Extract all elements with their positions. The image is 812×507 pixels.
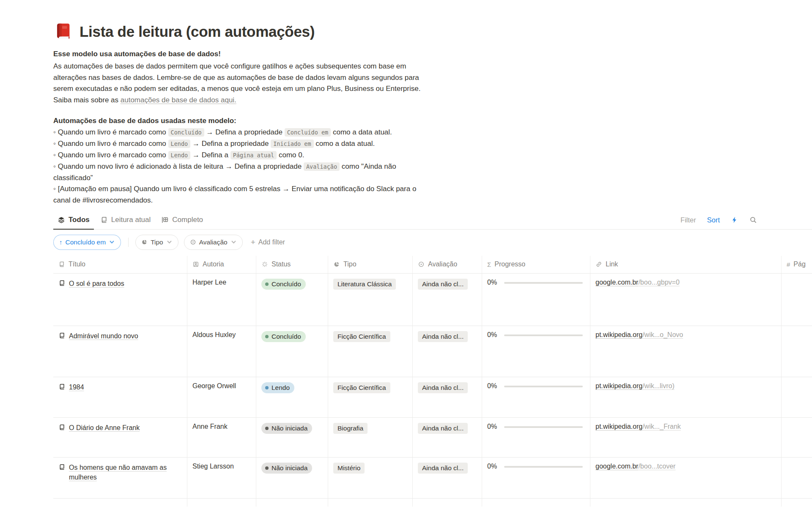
column-header-label: Avaliação [428,260,457,268]
column-header-t-tulo[interactable]: Título [53,256,187,273]
cell-author[interactable]: Anne Frank [187,418,256,457]
column-header-status[interactable]: Status [256,256,328,273]
table-row: O sol é para todosHarper LeeConcluídoLit… [53,274,812,326]
link-path[interactable]: /boo...tcover [638,463,675,470]
link-domain[interactable]: pt.wikipedia.org [595,423,642,430]
cell-tipo[interactable]: Ficção Científica [328,326,412,377]
column-header-link[interactable]: Link [590,256,781,273]
inline-code-token: Avaliação [304,162,340,171]
cell-author[interactable]: George Orwell [187,377,256,417]
cell-pag[interactable] [781,377,812,417]
column-header-progresso[interactable]: ΣProgresso [482,256,590,273]
filter-pill-avaliacao[interactable]: Avaliação [184,235,243,250]
link-path[interactable]: /wik...livro) [642,382,675,389]
column-header-autoria[interactable]: Autoria [187,256,256,273]
filter-control[interactable]: Filter [680,216,696,224]
cell-tipo[interactable]: Mistério [328,458,412,498]
link-domain[interactable]: pt.wikipedia.org [595,382,642,389]
filter-pill-tipo[interactable]: Tipo [135,235,178,250]
cell-status[interactable]: Não iniciada [256,458,328,498]
cell-title[interactable]: 1984 [53,377,187,417]
link-path[interactable]: /wik...o_Novo [642,331,683,338]
sort-control[interactable]: Sort [707,216,720,224]
progress-bar [504,466,583,468]
cell-author[interactable]: Aldous Huxley [187,326,256,377]
cell-avaliacao[interactable]: Ainda não cl... [412,377,482,417]
cell-pag[interactable] [781,458,812,498]
progress-bar [504,426,583,428]
cell-tipo[interactable]: Ficção Científica [328,377,412,417]
cell-pag[interactable] [781,326,812,377]
bullet-text: → Defina a propriedade [204,128,285,136]
cell-status[interactable]: Não iniciada [256,418,328,457]
cell-link[interactable]: google.com.br/boo...gbpv=0 [590,274,781,326]
cell-progresso[interactable]: 0% [482,274,590,326]
cell-author[interactable]: Harper Lee [187,274,256,326]
progress-value: 0% [487,423,497,430]
cell-tipo[interactable]: Biografia [328,418,412,457]
burst-icon [261,261,268,268]
automation-bullet: Quando um livro é marcado como Concluído… [53,127,521,138]
cell-progresso[interactable]: 0% [482,418,590,457]
link-path[interactable]: /wik..._Frank [642,423,681,430]
table-body: O sol é para todosHarper LeeConcluídoLit… [53,274,812,507]
cell-progresso[interactable]: 0% [482,458,590,498]
sort-pill-concluido-em[interactable]: ↑ Concluído em [53,235,121,250]
column-header-label: Pág [793,260,805,268]
link-path[interactable]: /boo...gbpv=0 [638,279,679,286]
cell-pag[interactable] [781,418,812,457]
link-domain[interactable]: pt.wikipedia.org [595,331,642,338]
book-icon [58,463,66,471]
cell-empty [412,499,482,507]
cell-link[interactable]: pt.wikipedia.org/wik..._Frank [590,418,781,457]
automation-bullets: Quando um livro é marcado como Concluído… [53,127,521,206]
cell-title[interactable]: O sol é para todos [53,274,187,326]
add-filter-button[interactable]: + Add filter [251,238,285,246]
cell-title[interactable]: Os homens que não amavam as mulheres [53,458,187,498]
row-title-link[interactable]: O Diário de Anne Frank [69,423,140,433]
column-header-label: Status [272,260,291,268]
cell-pag[interactable] [781,274,812,326]
view-tab-leitura-atual[interactable]: Leitura atual [96,213,155,230]
link-domain[interactable]: google.com.br [595,279,638,286]
view-tab-todos[interactable]: Todos [53,213,94,230]
cell-link[interactable]: google.com.br/boo...tcover [590,458,781,498]
red-book-emoji[interactable] [53,22,73,41]
column-header-avalia-o[interactable]: Avaliação [412,256,482,273]
cell-status[interactable]: Concluído [256,326,328,377]
cell-avaliacao[interactable]: Ainda não cl... [412,418,482,457]
cell-status[interactable]: Lendo [256,377,328,417]
cell-title[interactable]: O Diário de Anne Frank [53,418,187,457]
cell-status[interactable]: Concluído [256,274,328,326]
lightning-icon[interactable] [731,216,738,224]
row-title-link[interactable]: 1984 [69,382,84,392]
cell-tipo[interactable]: Literatura Clássica [328,274,412,326]
column-header-tipo[interactable]: Tipo [328,256,412,273]
view-tab-completo[interactable]: Completo [157,213,207,230]
cell-link[interactable]: pt.wikipedia.org/wik...livro) [590,377,781,417]
cell-link[interactable]: pt.wikipedia.org/wik...o_Novo [590,326,781,377]
view-tab-label: Todos [69,216,90,224]
intro-block: Esse modelo usa automações de base de da… [53,50,521,206]
automation-bullet: Quando um novo livro é adicionado à list… [53,161,521,184]
tipo-tag: Mistério [333,463,365,474]
row-title-link[interactable]: Admirável mundo novo [69,331,138,341]
column-header-p-g[interactable]: #Pág [781,256,812,273]
cell-empty [256,499,328,507]
cell-progresso[interactable]: 0% [482,326,590,377]
link-domain[interactable]: google.com.br [595,463,638,470]
table-row-partial [53,499,812,507]
cell-avaliacao[interactable]: Ainda não cl... [412,274,482,326]
cell-avaliacao[interactable]: Ainda não cl... [412,326,482,377]
cell-author[interactable]: Stieg Larsson [187,458,256,498]
filter-bar: ↑ Concluído em Tipo Avaliação + Add filt… [53,235,812,250]
cell-progresso[interactable]: 0% [482,377,590,417]
book-icon [100,216,108,224]
row-title-link[interactable]: O sol é para todos [69,279,124,288]
row-title-link[interactable]: Os homens que não amavam as mulheres [69,463,182,482]
cell-avaliacao[interactable]: Ainda não cl... [412,458,482,498]
search-icon[interactable] [749,216,757,224]
automations-doc-link[interactable]: automações de base de dados aqui. [121,96,236,104]
table-row: Admirável mundo novoAldous HuxleyConcluí… [53,326,812,377]
cell-title[interactable]: Admirável mundo novo [53,326,187,377]
